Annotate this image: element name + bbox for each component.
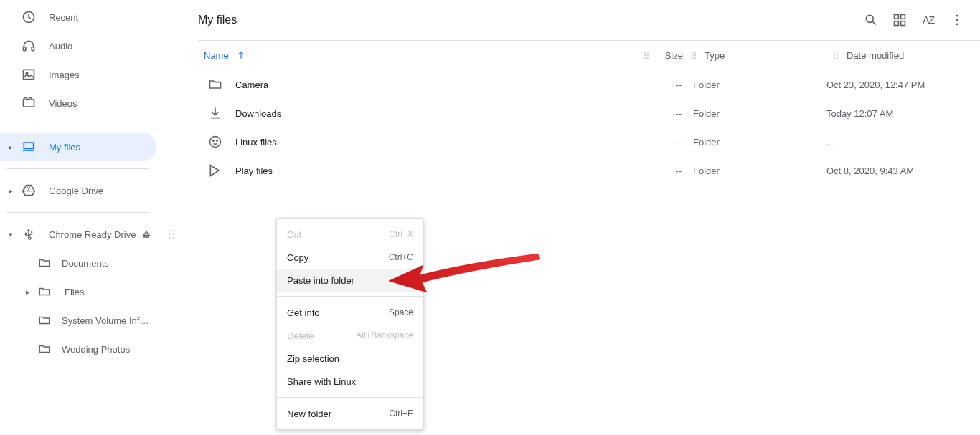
svg-point-34 — [834, 54, 835, 56]
more-options-button[interactable] — [943, 6, 971, 34]
context-menu-paste[interactable]: Paste into folder — [277, 269, 423, 292]
svg-point-17 — [956, 15, 958, 17]
folder-icon — [37, 285, 52, 299]
context-menu-zip[interactable]: Zip selection — [277, 347, 423, 370]
page-title: My files — [198, 14, 857, 27]
sidebar-item-usb-drive[interactable]: ▾ Chrome Ready Drive — [0, 220, 185, 249]
svg-point-20 — [644, 52, 646, 53]
svg-rect-2 — [32, 47, 34, 51]
search-button[interactable] — [857, 6, 885, 34]
menu-label: Share with Linux — [287, 376, 356, 387]
sidebar-item-audio[interactable]: Audio — [0, 32, 185, 60]
menu-separator — [277, 397, 423, 398]
sidebar-item-recent[interactable]: Recent — [0, 3, 185, 32]
file-name: Play files — [235, 166, 641, 176]
view-toggle-button[interactable] — [885, 6, 914, 34]
context-menu-getinfo[interactable]: Get info Space — [277, 301, 423, 324]
sidebar-item-label: My files — [49, 142, 80, 153]
menu-label: New folder — [287, 408, 331, 419]
context-menu-share[interactable]: Share with Linux — [277, 370, 423, 393]
svg-point-39 — [213, 140, 215, 142]
sidebar-item-label: Documents — [62, 258, 109, 269]
download-icon — [208, 106, 222, 120]
context-menu-copy[interactable]: Copy Ctrl+C — [277, 246, 423, 269]
sidebar-item-label: Wedding Photos — [62, 344, 130, 355]
column-header-date[interactable]: Date modified — [841, 50, 980, 61]
file-row[interactable]: Downloads -- Folder Today 12:07 AM — [198, 99, 980, 128]
sidebar-item-images[interactable]: Images — [0, 60, 185, 89]
file-type: Folder — [687, 137, 821, 148]
svg-point-9 — [173, 234, 174, 235]
svg-point-38 — [210, 137, 221, 148]
sidebar-item-google-drive[interactable]: ▸ Google Drive — [0, 176, 185, 205]
file-date: … — [821, 137, 980, 148]
svg-point-25 — [647, 57, 649, 59]
svg-point-11 — [173, 237, 174, 239]
sidebar-item-files[interactable]: ▸ Files — [0, 277, 185, 306]
expand-icon[interactable]: ▸ — [7, 143, 14, 152]
file-date: Today 12:07 AM — [821, 108, 980, 119]
svg-point-31 — [694, 57, 696, 59]
expand-icon[interactable]: ▸ — [24, 287, 32, 297]
svg-point-28 — [692, 54, 693, 56]
file-row[interactable]: Play files -- Folder Oct 8, 2020, 9:43 A… — [198, 156, 980, 185]
column-resize-handle[interactable] — [641, 51, 651, 59]
file-row[interactable]: Camera -- Folder Oct 23, 2020, 12:47 PM — [198, 70, 980, 99]
svg-point-40 — [217, 140, 218, 142]
svg-point-37 — [837, 57, 838, 59]
svg-point-26 — [692, 52, 693, 53]
sidebar-item-documents[interactable]: Documents — [0, 249, 185, 277]
expand-icon[interactable]: ▸ — [7, 186, 14, 196]
svg-rect-3 — [24, 70, 34, 79]
folder-icon — [208, 77, 222, 92]
sidebar-item-my-files[interactable]: ▸ My files — [0, 133, 156, 161]
column-header-label: Name — [204, 50, 229, 61]
context-menu: Cut Ctrl+X Copy Ctrl+C Paste into folder… — [276, 218, 424, 430]
sidebar-item-wedding[interactable]: Wedding Photos — [0, 335, 185, 363]
column-header-name[interactable]: Name — [198, 50, 641, 61]
divider — [7, 125, 149, 125]
file-name: Linux files — [235, 137, 641, 148]
sidebar-item-videos[interactable]: Videos — [0, 89, 185, 118]
svg-rect-16 — [901, 21, 905, 26]
column-header-type[interactable]: Type — [699, 50, 831, 61]
column-resize-handle[interactable] — [689, 51, 699, 59]
svg-point-32 — [834, 52, 835, 53]
svg-point-30 — [692, 57, 693, 59]
sidebar-item-label: Audio — [49, 41, 72, 52]
folder-icon — [37, 313, 52, 328]
svg-point-18 — [956, 19, 958, 21]
file-row[interactable]: Linux files -- Folder … — [198, 128, 980, 156]
sidebar-item-svi[interactable]: System Volume Inf… — [0, 306, 185, 335]
file-size: -- — [641, 108, 687, 119]
menu-shortcut: Ctrl+E — [389, 408, 413, 419]
svg-rect-13 — [895, 15, 899, 19]
sort-button[interactable]: AZ — [914, 6, 943, 34]
svg-rect-1 — [24, 47, 26, 51]
svg-point-10 — [169, 237, 170, 239]
column-header-row: Name Size Type Date modified — [198, 40, 980, 70]
svg-point-35 — [837, 54, 838, 56]
svg-point-24 — [644, 57, 646, 59]
column-header-label: Type — [705, 50, 725, 61]
linux-icon — [208, 135, 222, 149]
eject-icon[interactable] — [141, 229, 152, 240]
laptop-icon — [22, 140, 36, 154]
context-menu-delete: Delete Alt+Backspace — [277, 324, 423, 347]
collapse-icon[interactable]: ▾ — [7, 230, 14, 239]
folder-icon — [37, 256, 52, 270]
drag-handle-icon[interactable] — [168, 229, 175, 239]
svg-point-27 — [694, 52, 696, 53]
menu-label: Paste into folder — [287, 275, 354, 286]
column-header-size[interactable]: Size — [651, 50, 689, 61]
menu-shortcut: Space — [389, 307, 413, 317]
menu-shortcut: Ctrl+X — [389, 229, 413, 239]
menu-label: Delete — [287, 330, 314, 341]
svg-rect-5 — [24, 100, 34, 107]
sidebar-item-label: Recent — [49, 12, 78, 23]
column-resize-handle[interactable] — [831, 51, 841, 59]
context-menu-newfolder[interactable]: New folder Ctrl+E — [277, 402, 423, 425]
divider — [7, 168, 149, 169]
menu-label: Get info — [287, 307, 320, 318]
video-icon — [22, 96, 36, 110]
